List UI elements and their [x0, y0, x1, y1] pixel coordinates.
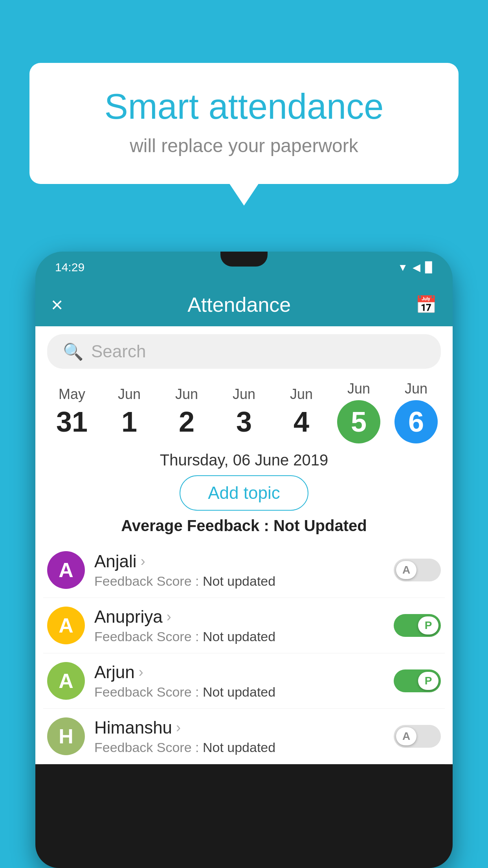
student-item-himanshu[interactable]: H Himanshu › Feedback Score : Not update…	[43, 709, 445, 764]
student-item-anupriya[interactable]: A Anupriya › Feedback Score : Not update…	[43, 598, 445, 653]
search-placeholder: Search	[91, 342, 146, 361]
app-header: × Attendance 📅	[35, 283, 453, 326]
attendance-toggle-anjali[interactable]: A	[394, 559, 441, 581]
attendance-toggle-himanshu[interactable]: A	[394, 725, 441, 748]
date-strip: May 31 Jun 1 Jun 2 Jun 3 Jun 4 Jun 5	[35, 377, 453, 447]
phone-frame: 14:29 ▼ ◀ ▉ × Attendance 📅 🔍 Search May …	[35, 252, 453, 868]
student-info-himanshu: Himanshu › Feedback Score : Not updated	[94, 718, 384, 755]
student-item-arjun[interactable]: A Arjun › Feedback Score : Not updated P	[43, 653, 445, 709]
student-item-anjali[interactable]: A Anjali › Feedback Score : Not updated …	[43, 542, 445, 598]
date-item-jun1[interactable]: Jun 1	[104, 386, 155, 438]
search-bar[interactable]: 🔍 Search	[47, 334, 441, 369]
student-name-arjun: Arjun ›	[94, 662, 384, 682]
feedback-score-anupriya: Feedback Score : Not updated	[94, 629, 384, 644]
avg-feedback-value: Not Updated	[273, 517, 367, 534]
bubble-title: Smart attendance	[61, 86, 427, 127]
chevron-icon: ›	[139, 664, 143, 680]
selected-date-label: Thursday, 06 June 2019	[35, 451, 453, 469]
status-bar: 14:29 ▼ ◀ ▉	[35, 252, 453, 283]
student-name-anjali: Anjali ›	[94, 552, 384, 571]
speech-bubble: Smart attendance will replace your paper…	[29, 63, 459, 184]
status-time: 14:29	[55, 261, 84, 274]
bubble-subtitle: will replace your paperwork	[61, 135, 427, 156]
date-item-jun6[interactable]: Jun 6	[391, 381, 442, 443]
signal-icon: ◀	[413, 261, 420, 274]
toggle-thumb-himanshu: A	[396, 727, 416, 745]
date-item-jun2[interactable]: Jun 2	[161, 386, 212, 438]
avg-feedback: Average Feedback : Not Updated	[35, 517, 453, 535]
student-info-anupriya: Anupriya › Feedback Score : Not updated	[94, 607, 384, 644]
student-info-arjun: Arjun › Feedback Score : Not updated	[94, 662, 384, 700]
status-icons: ▼ ◀ ▉	[398, 261, 433, 274]
date-item-may31[interactable]: May 31	[46, 386, 97, 438]
student-name-anupriya: Anupriya ›	[94, 607, 384, 627]
date-item-jun3[interactable]: Jun 3	[218, 386, 270, 438]
student-info-anjali: Anjali › Feedback Score : Not updated	[94, 552, 384, 589]
feedback-score-himanshu: Feedback Score : Not updated	[94, 740, 384, 755]
app-title: Attendance	[187, 293, 291, 316]
date-item-jun5[interactable]: Jun 5	[333, 381, 384, 443]
student-avatar-anupriya: A	[47, 607, 85, 644]
student-avatar-himanshu: H	[47, 717, 85, 755]
wifi-icon: ▼	[398, 261, 408, 274]
feedback-score-anjali: Feedback Score : Not updated	[94, 574, 384, 589]
toggle-thumb-anupriya: P	[418, 616, 438, 634]
attendance-toggle-anupriya[interactable]: P	[394, 614, 441, 637]
student-avatar-anjali: A	[47, 551, 85, 589]
toggle-thumb-arjun: P	[418, 672, 438, 690]
phone-screen: 🔍 Search May 31 Jun 1 Jun 2 Jun 3 Jun	[35, 326, 453, 764]
chevron-icon: ›	[141, 553, 145, 570]
calendar-icon[interactable]: 📅	[415, 294, 437, 315]
feedback-score-arjun: Feedback Score : Not updated	[94, 684, 384, 700]
date-item-jun4[interactable]: Jun 4	[276, 386, 327, 438]
search-icon: 🔍	[63, 342, 83, 361]
toggle-thumb-anjali: A	[396, 561, 416, 579]
chevron-icon: ›	[167, 609, 171, 625]
add-topic-button[interactable]: Add topic	[180, 475, 308, 511]
student-list: A Anjali › Feedback Score : Not updated …	[35, 542, 453, 764]
close-button[interactable]: ×	[51, 293, 63, 316]
avg-feedback-label: Average Feedback :	[121, 517, 273, 534]
attendance-toggle-arjun[interactable]: P	[394, 669, 441, 692]
battery-icon: ▉	[425, 261, 433, 274]
chevron-icon: ›	[176, 719, 181, 736]
student-name-himanshu: Himanshu ›	[94, 718, 384, 737]
student-avatar-arjun: A	[47, 662, 85, 700]
